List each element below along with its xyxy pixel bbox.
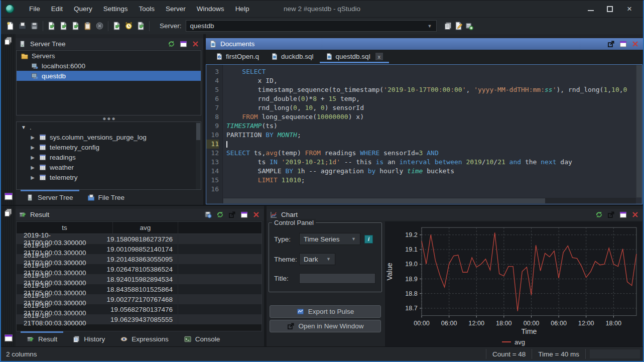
tab-file-tree[interactable]: File Tree xyxy=(81,190,131,205)
tree-item-questdb[interactable]: questdb xyxy=(17,71,201,81)
status-columns: 2 columns xyxy=(6,350,37,358)
close-window-button[interactable]: × xyxy=(626,6,633,12)
restore-panels-icon[interactable] xyxy=(4,208,13,219)
chart-type-value: Time Series xyxy=(304,235,340,243)
run-script-button[interactable] xyxy=(136,21,146,31)
chevron-collapsed-icon[interactable]: ▶ xyxy=(30,145,36,150)
servers-tree: Serverslocalhost:6000questdb xyxy=(16,50,201,115)
table-row[interactable]: 2019-10-21T08:00:03.30000019.06239437085… xyxy=(17,314,262,324)
tree-item-label: . xyxy=(30,124,32,131)
open-in-new-window-label: Open in New Window xyxy=(299,322,364,330)
edit-server-button[interactable] xyxy=(453,21,464,31)
run-current-button[interactable] xyxy=(58,21,69,31)
menu-help[interactable]: Help xyxy=(230,1,255,17)
chevron-collapsed-icon[interactable]: ▶ xyxy=(30,175,36,180)
code-line: FROM long_sequence(10000000) x) xyxy=(226,112,642,122)
chart-title-input[interactable] xyxy=(299,273,375,284)
window-dock-icon[interactable] xyxy=(4,192,13,203)
run-selection-button[interactable] xyxy=(70,21,81,31)
chevron-collapsed-icon[interactable]: ▶ xyxy=(30,165,36,170)
tab-history[interactable]: History xyxy=(66,331,111,346)
tab-duckdb.sql[interactable]: duckdb.sql xyxy=(265,50,320,63)
chart-type-select[interactable]: Time Series ▼ xyxy=(299,233,360,245)
run-query-button[interactable] xyxy=(46,21,57,31)
close-tab-icon[interactable]: x xyxy=(375,53,383,60)
code-editor[interactable]: 345678910111213141516 SELECT x ID, times… xyxy=(206,64,642,204)
tree-item-table-weather[interactable]: ▶weather xyxy=(17,162,201,172)
close-icon[interactable] xyxy=(631,40,639,48)
copy-server-button[interactable] xyxy=(443,21,453,31)
menu-query[interactable]: Query xyxy=(68,1,98,17)
tree-item-table-sys.column_versions_purge_log[interactable]: ▶sys.column_versions_purge_log xyxy=(17,132,201,142)
result-table[interactable]: tsavg2019-10-21T00:00:03.30000019.158098… xyxy=(16,221,262,331)
tab-expressions[interactable]: Expressions xyxy=(114,331,175,346)
editor-vertical-scrollbar[interactable] xyxy=(636,65,642,198)
menu-edit[interactable]: Edit xyxy=(46,1,68,17)
menu-windows[interactable]: Windows xyxy=(191,1,230,17)
run-line-button[interactable] xyxy=(111,21,122,31)
menu-server[interactable]: Server xyxy=(160,1,191,17)
refresh-icon[interactable] xyxy=(168,40,176,48)
close-icon[interactable] xyxy=(192,40,200,48)
refresh-icon[interactable] xyxy=(595,211,603,219)
popout-icon[interactable] xyxy=(607,211,615,219)
chart-theme-select[interactable]: Dark ▼ xyxy=(299,253,335,265)
window-dock-icon[interactable] xyxy=(4,333,13,344)
tab-label: Server Tree xyxy=(38,194,73,201)
server-label: Server: xyxy=(160,22,182,30)
top-region: Server Tree Serverslocalhost:6000questdb… xyxy=(1,34,643,205)
window-icon[interactable] xyxy=(240,211,248,219)
info-icon[interactable]: i xyxy=(364,235,373,244)
menu-tools[interactable]: Tools xyxy=(134,1,161,17)
window-icon[interactable] xyxy=(180,40,188,48)
tables-tree-scrollbar[interactable] xyxy=(196,122,201,189)
restore-panels-icon[interactable] xyxy=(4,36,13,47)
minimize-button[interactable] xyxy=(588,7,594,11)
clipboard-button[interactable] xyxy=(82,21,93,31)
new-document-button[interactable] xyxy=(5,21,16,31)
column-header-avg[interactable]: avg xyxy=(113,222,178,233)
open-folder-button[interactable] xyxy=(17,21,28,31)
window-icon[interactable] xyxy=(619,40,627,48)
result-title: Result xyxy=(30,211,49,218)
export-disk-icon[interactable] xyxy=(204,211,212,219)
refresh-icon[interactable] xyxy=(216,211,224,219)
chevron-collapsed-icon[interactable]: ▶ xyxy=(30,155,36,160)
menu-file[interactable]: File xyxy=(24,1,46,17)
result-panel: Result tsavg2019-10-21T00:00:03.30000019… xyxy=(16,206,264,346)
close-icon[interactable] xyxy=(252,211,261,219)
server-select[interactable]: questdb ▼ xyxy=(186,20,437,32)
open-in-new-window-button[interactable]: Open in New Window xyxy=(270,320,381,332)
scheduler-clock-button[interactable] xyxy=(123,21,134,31)
tab-questdb.sql[interactable]: questdb.sqlx xyxy=(320,50,389,63)
tree-item-table-telemetry[interactable]: ▶telemetry xyxy=(17,172,201,182)
chevron-collapsed-icon[interactable]: ▶ xyxy=(30,135,36,140)
tab-server-tree[interactable]: Server Tree xyxy=(21,190,79,205)
tree-item-localhost-6000[interactable]: localhost:6000 xyxy=(17,61,201,71)
popout-icon[interactable] xyxy=(607,40,615,48)
tree-splitter[interactable]: ●●● xyxy=(16,115,203,121)
window-icon[interactable] xyxy=(619,211,627,219)
editor-code[interactable]: SELECT x ID, timestamp_sequence(to_times… xyxy=(223,65,642,204)
export-to-pulse-button[interactable]: Export to Pulse xyxy=(270,305,381,318)
tab-firstOpen.q[interactable]: firstOpen.q xyxy=(210,50,265,63)
tree-item-servers-root[interactable]: Servers xyxy=(17,51,201,61)
tree-item-label: readings xyxy=(50,154,76,161)
close-icon[interactable] xyxy=(631,211,639,219)
maximize-button[interactable] xyxy=(607,6,613,12)
save-button[interactable] xyxy=(29,21,40,31)
bottom-region: Result tsavg2019-10-21T00:00:03.30000019… xyxy=(1,205,643,346)
chevron-expanded-icon[interactable]: ▼ xyxy=(21,125,27,130)
cancel-query-button[interactable] xyxy=(94,21,105,31)
menu-settings[interactable]: Settings xyxy=(98,1,134,17)
popout-icon[interactable] xyxy=(228,211,236,219)
tree-item-table-readings[interactable]: ▶readings xyxy=(17,152,201,162)
history-mini-icon xyxy=(72,335,80,343)
tree-item-database-root[interactable]: ▼. xyxy=(17,122,201,132)
add-server-button[interactable] xyxy=(464,21,474,31)
editor-horizontal-scrollbar[interactable] xyxy=(223,198,636,204)
tab-result[interactable]: Result xyxy=(21,331,63,346)
tree-item-table-telemetry_config[interactable]: ▶telemetry_config xyxy=(17,142,201,152)
tab-console[interactable]: Console xyxy=(178,331,226,346)
line-number: 12 xyxy=(206,149,219,158)
